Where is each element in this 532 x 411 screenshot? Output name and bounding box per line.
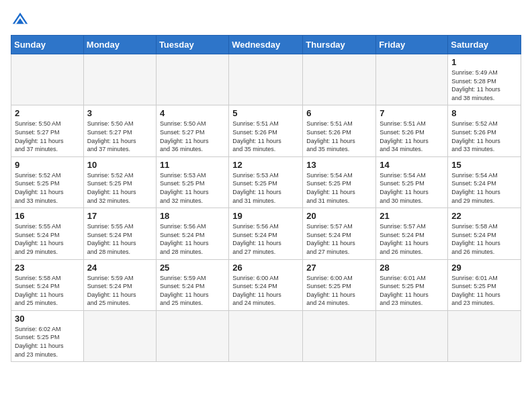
- calendar-cell: 19Sunrise: 5:56 AM Sunset: 5:24 PM Dayli…: [229, 208, 303, 259]
- calendar-cell: 6Sunrise: 5:51 AM Sunset: 5:26 PM Daylig…: [303, 105, 376, 156]
- calendar-cell: 11Sunrise: 5:53 AM Sunset: 5:25 PM Dayli…: [156, 156, 228, 208]
- day-info: Sunrise: 5:55 AM Sunset: 5:24 PM Dayligh…: [15, 222, 80, 256]
- calendar-row: 9Sunrise: 5:52 AM Sunset: 5:25 PM Daylig…: [11, 156, 521, 208]
- day-number: 9: [15, 160, 80, 170]
- day-info: Sunrise: 5:55 AM Sunset: 5:24 PM Dayligh…: [87, 222, 152, 256]
- calendar-cell: 15Sunrise: 5:54 AM Sunset: 5:24 PM Dayli…: [448, 156, 521, 208]
- day-number: 21: [380, 211, 444, 221]
- day-number: 4: [160, 108, 225, 118]
- weekday-header-friday: Friday: [376, 36, 448, 54]
- day-info: Sunrise: 5:56 AM Sunset: 5:24 PM Dayligh…: [232, 222, 299, 256]
- weekday-header-tuesday: Tuesday: [156, 36, 228, 54]
- day-info: Sunrise: 5:58 AM Sunset: 5:24 PM Dayligh…: [15, 274, 80, 308]
- day-info: Sunrise: 5:50 AM Sunset: 5:27 PM Dayligh…: [15, 120, 80, 153]
- calendar-cell: 8Sunrise: 5:52 AM Sunset: 5:26 PM Daylig…: [448, 105, 521, 156]
- day-number: 2: [15, 108, 80, 118]
- calendar-cell: 29Sunrise: 6:01 AM Sunset: 5:25 PM Dayli…: [448, 259, 521, 310]
- day-number: 29: [451, 263, 517, 273]
- day-number: 3: [87, 108, 152, 118]
- calendar-cell: 10Sunrise: 5:52 AM Sunset: 5:25 PM Dayli…: [83, 156, 156, 208]
- calendar-cell: [303, 54, 376, 105]
- weekday-header-thursday: Thursday: [303, 36, 376, 54]
- day-info: Sunrise: 5:54 AM Sunset: 5:25 PM Dayligh…: [306, 171, 372, 205]
- calendar-row: 2Sunrise: 5:50 AM Sunset: 5:27 PM Daylig…: [11, 105, 521, 156]
- calendar-cell: 1Sunrise: 5:49 AM Sunset: 5:28 PM Daylig…: [448, 54, 521, 105]
- day-info: Sunrise: 5:58 AM Sunset: 5:24 PM Dayligh…: [451, 222, 517, 256]
- day-info: Sunrise: 5:52 AM Sunset: 5:26 PM Dayligh…: [451, 120, 517, 153]
- day-number: 10: [87, 160, 152, 170]
- day-number: 24: [87, 263, 152, 273]
- calendar-cell: 12Sunrise: 5:53 AM Sunset: 5:25 PM Dayli…: [229, 156, 303, 208]
- day-info: Sunrise: 5:51 AM Sunset: 5:26 PM Dayligh…: [380, 120, 444, 153]
- calendar-cell: [11, 54, 84, 105]
- calendar-cell: [83, 310, 156, 361]
- day-info: Sunrise: 5:53 AM Sunset: 5:25 PM Dayligh…: [232, 171, 299, 205]
- calendar-cell: [156, 310, 228, 361]
- calendar: SundayMondayTuesdayWednesdayThursdayFrid…: [11, 35, 521, 362]
- day-number: 1: [451, 57, 517, 67]
- calendar-cell: 26Sunrise: 6:00 AM Sunset: 5:24 PM Dayli…: [229, 259, 303, 310]
- day-number: 7: [380, 108, 444, 118]
- calendar-cell: 21Sunrise: 5:57 AM Sunset: 5:24 PM Dayli…: [376, 208, 448, 259]
- calendar-cell: 20Sunrise: 5:57 AM Sunset: 5:24 PM Dayli…: [303, 208, 376, 259]
- logo-icon: [11, 11, 30, 30]
- day-number: 6: [306, 108, 372, 118]
- page-header: [11, 11, 521, 30]
- calendar-cell: [303, 310, 376, 361]
- day-number: 30: [15, 314, 80, 324]
- day-info: Sunrise: 5:54 AM Sunset: 5:25 PM Dayligh…: [380, 171, 444, 205]
- calendar-cell: 25Sunrise: 5:59 AM Sunset: 5:24 PM Dayli…: [156, 259, 228, 310]
- day-number: 22: [451, 211, 517, 221]
- calendar-body: 1Sunrise: 5:49 AM Sunset: 5:28 PM Daylig…: [11, 54, 521, 362]
- calendar-cell: 2Sunrise: 5:50 AM Sunset: 5:27 PM Daylig…: [11, 105, 84, 156]
- day-info: Sunrise: 6:01 AM Sunset: 5:25 PM Dayligh…: [451, 274, 517, 308]
- calendar-row: 1Sunrise: 5:49 AM Sunset: 5:28 PM Daylig…: [11, 54, 521, 105]
- day-number: 5: [232, 108, 299, 118]
- calendar-cell: 3Sunrise: 5:50 AM Sunset: 5:27 PM Daylig…: [83, 105, 156, 156]
- day-info: Sunrise: 5:49 AM Sunset: 5:28 PM Dayligh…: [451, 68, 517, 102]
- day-info: Sunrise: 5:51 AM Sunset: 5:26 PM Dayligh…: [232, 120, 299, 153]
- day-info: Sunrise: 5:57 AM Sunset: 5:24 PM Dayligh…: [380, 222, 444, 256]
- day-number: 14: [380, 160, 444, 170]
- calendar-cell: 5Sunrise: 5:51 AM Sunset: 5:26 PM Daylig…: [229, 105, 303, 156]
- calendar-cell: 24Sunrise: 5:59 AM Sunset: 5:24 PM Dayli…: [83, 259, 156, 310]
- calendar-cell: 30Sunrise: 6:02 AM Sunset: 5:25 PM Dayli…: [11, 310, 84, 361]
- day-info: Sunrise: 5:56 AM Sunset: 5:24 PM Dayligh…: [160, 222, 225, 256]
- calendar-cell: [229, 54, 303, 105]
- day-info: Sunrise: 5:51 AM Sunset: 5:26 PM Dayligh…: [306, 120, 372, 153]
- day-info: Sunrise: 5:54 AM Sunset: 5:24 PM Dayligh…: [451, 171, 517, 205]
- calendar-cell: 28Sunrise: 6:01 AM Sunset: 5:25 PM Dayli…: [376, 259, 448, 310]
- day-info: Sunrise: 5:59 AM Sunset: 5:24 PM Dayligh…: [160, 274, 225, 308]
- calendar-row: 30Sunrise: 6:02 AM Sunset: 5:25 PM Dayli…: [11, 310, 521, 361]
- calendar-cell: [156, 54, 228, 105]
- day-number: 19: [232, 211, 299, 221]
- day-info: Sunrise: 5:52 AM Sunset: 5:25 PM Dayligh…: [15, 171, 80, 205]
- calendar-cell: 7Sunrise: 5:51 AM Sunset: 5:26 PM Daylig…: [376, 105, 448, 156]
- calendar-cell: [229, 310, 303, 361]
- day-number: 20: [306, 211, 372, 221]
- day-info: Sunrise: 6:01 AM Sunset: 5:25 PM Dayligh…: [380, 274, 444, 308]
- calendar-cell: 27Sunrise: 6:00 AM Sunset: 5:25 PM Dayli…: [303, 259, 376, 310]
- day-number: 13: [306, 160, 372, 170]
- weekday-header-sunday: Sunday: [11, 36, 84, 54]
- day-number: 11: [160, 160, 225, 170]
- day-number: 27: [306, 263, 372, 273]
- calendar-cell: 14Sunrise: 5:54 AM Sunset: 5:25 PM Dayli…: [376, 156, 448, 208]
- day-number: 28: [380, 263, 444, 273]
- calendar-cell: 16Sunrise: 5:55 AM Sunset: 5:24 PM Dayli…: [11, 208, 84, 259]
- calendar-cell: 18Sunrise: 5:56 AM Sunset: 5:24 PM Dayli…: [156, 208, 228, 259]
- calendar-cell: 22Sunrise: 5:58 AM Sunset: 5:24 PM Dayli…: [448, 208, 521, 259]
- calendar-row: 23Sunrise: 5:58 AM Sunset: 5:24 PM Dayli…: [11, 259, 521, 310]
- day-info: Sunrise: 6:00 AM Sunset: 5:24 PM Dayligh…: [232, 274, 299, 308]
- day-number: 23: [15, 263, 80, 273]
- day-number: 15: [451, 160, 517, 170]
- day-number: 8: [451, 108, 517, 118]
- calendar-cell: [376, 310, 448, 361]
- calendar-cell: [83, 54, 156, 105]
- logo: [11, 11, 32, 30]
- day-info: Sunrise: 5:52 AM Sunset: 5:25 PM Dayligh…: [87, 171, 152, 205]
- day-info: Sunrise: 6:00 AM Sunset: 5:25 PM Dayligh…: [306, 274, 372, 308]
- calendar-header: SundayMondayTuesdayWednesdayThursdayFrid…: [11, 36, 521, 54]
- calendar-cell: 23Sunrise: 5:58 AM Sunset: 5:24 PM Dayli…: [11, 259, 84, 310]
- day-info: Sunrise: 5:53 AM Sunset: 5:25 PM Dayligh…: [160, 171, 225, 205]
